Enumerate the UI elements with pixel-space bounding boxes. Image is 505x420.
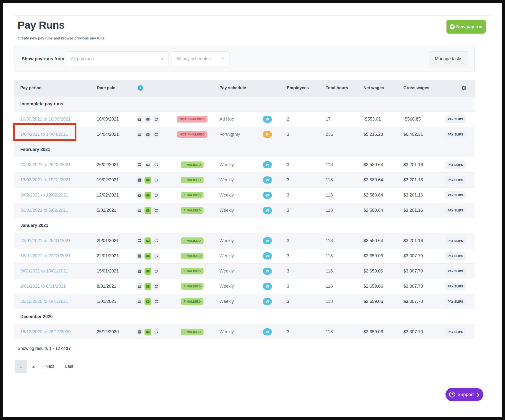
- pay-period-link[interactable]: 2/01/2021 to 8/01/2021: [20, 284, 66, 289]
- pay-slips-button[interactable]: PAY SLIPS: [445, 252, 466, 260]
- pay-slips-button[interactable]: PAY SLIPS: [445, 237, 466, 245]
- email-pay-slips-icon[interactable]: [144, 268, 151, 275]
- print-pay-run-icon[interactable]: [136, 177, 143, 184]
- pay-period-link[interactable]: 23/01/2021 to 29/01/2021: [20, 238, 71, 243]
- gross-wages-value: $3,307.70: [403, 284, 423, 289]
- frequency-badge: W: [263, 176, 272, 184]
- total-hours-value: 118: [326, 208, 333, 213]
- pagination-last[interactable]: Last: [60, 360, 78, 373]
- chevron-down-icon: ▼: [222, 58, 224, 61]
- print-pay-run-icon[interactable]: [136, 329, 143, 335]
- table-row: 1/04/2021 to 14/04/2021 14/04/2021 NOT F…: [14, 127, 475, 142]
- support-button[interactable]: ? Support ❯: [445, 388, 483, 401]
- pay-schedules-filter-dropdown[interactable]: All pay schedules ▼: [171, 51, 229, 66]
- pay-slips-button[interactable]: PAY SLIPS: [445, 298, 466, 306]
- table-row: 9/01/2021 to 15/01/2021 15/01/2021 FINAL…: [14, 263, 475, 279]
- pay-period-link[interactable]: 19/12/2020 to 25/12/2020: [20, 329, 71, 334]
- recreate-pay-run-icon[interactable]: [153, 131, 160, 138]
- plus-icon: +: [450, 24, 455, 29]
- pay-slips-button[interactable]: PAY SLIPS: [445, 207, 466, 214]
- print-pay-run-icon[interactable]: [136, 268, 143, 275]
- recreate-pay-run-icon[interactable]: [153, 177, 160, 184]
- pay-period-link[interactable]: 16/01/2021 to 22/01/2021: [20, 253, 71, 259]
- recreate-pay-run-icon[interactable]: [153, 283, 160, 290]
- pay-slips-button[interactable]: PAY SLIPS: [445, 328, 466, 336]
- top-divider: [14, 15, 491, 16]
- pagination-page-1[interactable]: 1: [15, 360, 27, 373]
- email-pay-slips-icon[interactable]: [144, 329, 151, 335]
- manage-tasks-button[interactable]: Manage tasks: [429, 51, 468, 66]
- print-pay-run-icon[interactable]: [136, 161, 143, 168]
- total-hours-value: 236: [326, 132, 333, 137]
- email-pay-slips-icon[interactable]: [144, 161, 151, 168]
- date-paid-value: 26/02/2021: [97, 162, 119, 167]
- pay-period-link[interactable]: 20/02/2021 to 26/02/2021: [20, 162, 71, 167]
- email-pay-slips-icon[interactable]: [144, 207, 151, 214]
- pagination-next[interactable]: Next: [40, 360, 60, 373]
- status-badge: FINALISED: [181, 329, 203, 335]
- table-row: 20/02/2021 to 26/02/2021 26/02/2021 FINA…: [14, 157, 475, 172]
- table-row: 6/02/2021 to 12/02/2021 12/02/2021 FINAL…: [14, 187, 475, 203]
- column-header-total-hours: Total hours: [326, 80, 348, 96]
- print-pay-run-icon[interactable]: [136, 237, 143, 244]
- email-pay-slips-icon[interactable]: [144, 131, 151, 138]
- table-group-row: December 2020: [14, 309, 475, 324]
- email-pay-slips-icon[interactable]: [144, 253, 151, 259]
- filter-label: Show pay runs from: [22, 46, 64, 72]
- print-pay-run-icon[interactable]: [136, 192, 143, 199]
- recreate-pay-run-icon[interactable]: [153, 298, 160, 305]
- table-settings-gear-icon[interactable]: [461, 80, 467, 96]
- pay-period-link[interactable]: 6/02/2021 to 12/02/2021: [20, 193, 68, 198]
- pay-runs-table: Pay period Date paid i Pay schedule Empl…: [14, 80, 475, 339]
- recreate-pay-run-icon[interactable]: [153, 116, 160, 123]
- total-hours-value: 17: [326, 117, 331, 122]
- pagination-page-2[interactable]: 2: [27, 360, 40, 373]
- pay-period-link[interactable]: 30/01/2021 to 5/02/2021: [20, 208, 68, 213]
- pay-slips-button[interactable]: PAY SLIPS: [445, 115, 466, 123]
- date-paid-value: 29/01/2021: [97, 238, 119, 243]
- gross-wages-value: $3,201.16: [403, 238, 423, 243]
- frequency-badge: W: [263, 268, 272, 275]
- print-pay-run-icon[interactable]: [136, 207, 143, 214]
- print-pay-run-icon[interactable]: [136, 283, 143, 290]
- new-pay-run-button[interactable]: + New pay run: [446, 20, 486, 34]
- print-pay-run-icon[interactable]: [136, 298, 143, 305]
- email-pay-slips-icon[interactable]: [144, 192, 151, 199]
- pay-slips-button[interactable]: PAY SLIPS: [445, 131, 466, 138]
- total-hours-value: 118: [326, 299, 333, 304]
- pay-runs-filter-dropdown[interactable]: All pay runs ▼: [66, 51, 169, 66]
- email-pay-slips-icon[interactable]: [144, 237, 151, 244]
- pay-period-link[interactable]: 1/04/2021 to 14/04/2021: [20, 132, 68, 137]
- frequency-badge: F: [263, 131, 272, 138]
- pay-period-link[interactable]: 26/12/2020 to 1/01/2021: [20, 299, 68, 304]
- recreate-pay-run-icon[interactable]: [153, 207, 160, 214]
- print-pay-run-icon[interactable]: [136, 116, 143, 123]
- email-pay-slips-icon[interactable]: [144, 177, 151, 184]
- pay-period-link[interactable]: 10/09/2021 to 16/09/2021: [20, 117, 71, 122]
- print-pay-run-icon[interactable]: [136, 253, 143, 259]
- email-pay-slips-icon[interactable]: [144, 298, 151, 305]
- page-subtitle: Create new pay runs and browse previous …: [18, 36, 104, 40]
- email-pay-slips-icon[interactable]: [144, 116, 151, 123]
- date-paid-value: 5/02/2021: [97, 208, 116, 213]
- recreate-pay-run-icon[interactable]: [153, 268, 160, 275]
- pay-period-link[interactable]: 9/01/2021 to 15/01/2021: [20, 269, 68, 274]
- recreate-pay-run-icon[interactable]: [153, 329, 160, 335]
- gross-wages-value: $3,201.16: [403, 177, 423, 183]
- recreate-pay-run-icon[interactable]: [153, 253, 160, 259]
- recreate-pay-run-icon[interactable]: [153, 161, 160, 168]
- pay-period-link[interactable]: 13/02/2021 to 19/02/2021: [20, 177, 71, 183]
- email-pay-slips-icon[interactable]: [144, 283, 151, 290]
- employees-value: 3: [287, 238, 289, 243]
- pay-slips-button[interactable]: PAY SLIPS: [445, 267, 466, 275]
- date-paid-value: 22/01/2021: [97, 253, 119, 259]
- pay-slips-button[interactable]: PAY SLIPS: [445, 191, 466, 199]
- info-icon[interactable]: i: [138, 80, 143, 96]
- pay-slips-button[interactable]: PAY SLIPS: [445, 176, 466, 184]
- print-pay-run-icon[interactable]: [136, 131, 143, 138]
- pay-slips-button[interactable]: PAY SLIPS: [445, 161, 466, 169]
- pay-slips-button[interactable]: PAY SLIPS: [445, 283, 466, 290]
- recreate-pay-run-icon[interactable]: [153, 192, 160, 199]
- recreate-pay-run-icon[interactable]: [153, 237, 160, 244]
- group-label: December 2020: [20, 309, 53, 324]
